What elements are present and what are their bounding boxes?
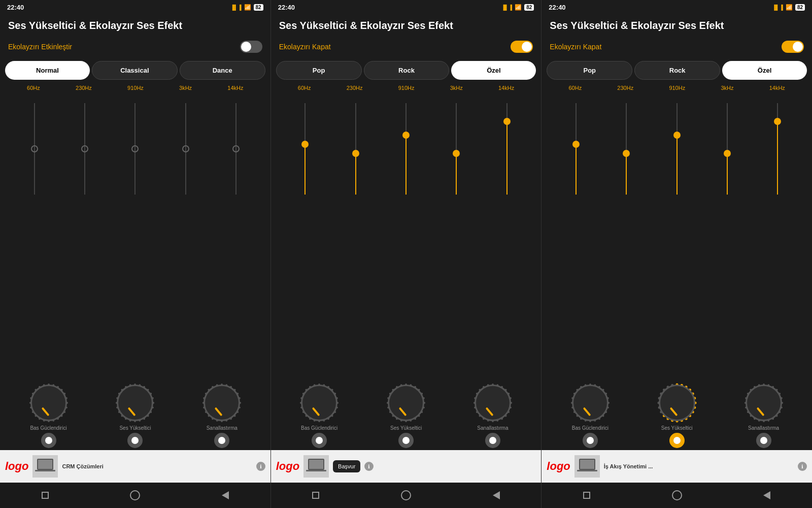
knob-toggle-1[interactable] bbox=[398, 433, 414, 448]
preset-btn-pop[interactable]: Pop bbox=[276, 61, 362, 80]
ad-info[interactable]: ℹ bbox=[798, 462, 807, 471]
knob-1[interactable] bbox=[659, 385, 695, 421]
eq-label-2: 910Hz bbox=[398, 85, 415, 91]
eq-neutral-dot bbox=[232, 145, 240, 152]
bottom-nav bbox=[542, 483, 812, 508]
eq-slider-3[interactable] bbox=[451, 103, 461, 195]
eq-slider-4[interactable] bbox=[772, 103, 783, 195]
knob-toggle-2[interactable] bbox=[485, 433, 500, 448]
toggle-label: Ekolayzırı Kapat bbox=[550, 43, 601, 51]
eq-slider-3[interactable] bbox=[722, 103, 732, 195]
knob-toggle-0[interactable] bbox=[41, 433, 56, 448]
eq-active-dot bbox=[402, 132, 410, 139]
toggle-knob bbox=[522, 42, 532, 52]
nav-home-button[interactable] bbox=[669, 488, 685, 503]
nav-recents-button[interactable] bbox=[308, 488, 323, 503]
knob-toggle-0[interactable] bbox=[312, 433, 327, 448]
nav-back-button[interactable] bbox=[218, 488, 233, 503]
nav-home-button[interactable] bbox=[398, 488, 414, 503]
knob-indicator bbox=[215, 407, 223, 416]
knob-toggle-2[interactable] bbox=[214, 433, 229, 448]
laptop-icon bbox=[34, 457, 56, 476]
nav-recents-button[interactable] bbox=[38, 488, 53, 503]
knob-1[interactable] bbox=[117, 385, 153, 421]
eq-sliders[interactable] bbox=[275, 93, 537, 195]
knob-toggle-0[interactable] bbox=[583, 433, 598, 448]
knob-2[interactable] bbox=[204, 385, 240, 421]
ad-banner: logo İş Akış Yönetimi ... ℹ bbox=[542, 450, 812, 483]
eq-sliders[interactable] bbox=[4, 93, 266, 195]
laptop-icon bbox=[305, 457, 327, 476]
knob-0[interactable] bbox=[30, 385, 67, 421]
eq-toggle[interactable] bbox=[240, 41, 262, 53]
eq-active-dot bbox=[724, 150, 731, 157]
eq-slider-3[interactable] bbox=[181, 103, 191, 195]
knob-0[interactable] bbox=[572, 385, 608, 421]
eq-slider-2[interactable] bbox=[130, 103, 140, 195]
knob-toggle-1[interactable] bbox=[669, 433, 685, 448]
nav-home-button[interactable] bbox=[127, 488, 143, 503]
ad-apply-button[interactable]: Başvur bbox=[333, 460, 360, 472]
knob-indicator bbox=[756, 407, 764, 416]
nav-back-button[interactable] bbox=[489, 488, 504, 503]
recents-icon bbox=[583, 492, 590, 499]
battery-badge: 82 bbox=[795, 4, 805, 11]
eq-label-1: 230Hz bbox=[347, 85, 363, 91]
signal-icon: ▐▌▐ bbox=[772, 5, 783, 10]
ad-info[interactable]: ℹ bbox=[364, 462, 374, 471]
knob-label-2: Sanallastırma bbox=[207, 425, 238, 431]
toggle-label: Ekolayzırı Kapat bbox=[279, 43, 331, 51]
knob-0[interactable] bbox=[301, 385, 337, 421]
knob-body bbox=[572, 385, 608, 421]
signal-icon: ▐▌▐ bbox=[230, 5, 241, 10]
knob-indicator bbox=[669, 407, 678, 416]
knob-body bbox=[746, 385, 782, 421]
eq-label-4: 14kHz bbox=[498, 85, 514, 91]
ad-info[interactable]: ℹ bbox=[256, 462, 265, 471]
knob-2[interactable] bbox=[475, 385, 511, 421]
eq-active-dot bbox=[673, 132, 681, 139]
eq-slider-0[interactable] bbox=[29, 103, 40, 195]
eq-toggle[interactable] bbox=[782, 41, 804, 53]
preset-btn-rock[interactable]: Rock bbox=[634, 61, 720, 80]
preset-btn-rock[interactable]: Rock bbox=[364, 61, 450, 80]
eq-slider-2[interactable] bbox=[672, 103, 682, 195]
eq-slider-1[interactable] bbox=[351, 103, 361, 195]
eq-slider-0[interactable] bbox=[571, 103, 581, 195]
wifi-icon: 📶 bbox=[515, 4, 522, 11]
eq-slider-4[interactable] bbox=[502, 103, 512, 195]
preset-btn-pop[interactable]: Pop bbox=[547, 61, 632, 80]
preset-btn-özel[interactable]: Özel bbox=[722, 61, 807, 80]
ad-text: CRM Çözümleri bbox=[62, 463, 252, 469]
back-icon bbox=[763, 491, 770, 499]
eq-label-2: 910Hz bbox=[127, 85, 144, 91]
back-icon bbox=[222, 491, 229, 499]
eq-sliders[interactable] bbox=[546, 93, 808, 195]
eq-slider-1[interactable] bbox=[80, 103, 90, 195]
preset-btn-dance[interactable]: Dance bbox=[180, 61, 265, 80]
knob-indicator bbox=[312, 407, 320, 416]
preset-btn-özel[interactable]: Özel bbox=[451, 61, 536, 80]
eq-label-2: 910Hz bbox=[669, 85, 685, 91]
knob-1[interactable] bbox=[388, 385, 424, 421]
status-time: 22:40 bbox=[7, 4, 24, 11]
knob-label-0: Bas Güclendirici bbox=[301, 425, 337, 431]
eq-slider-4[interactable] bbox=[231, 103, 241, 195]
recents-icon bbox=[42, 492, 49, 499]
ad-image bbox=[574, 455, 600, 478]
knob-toggle-inner bbox=[489, 437, 496, 444]
knobs-section: Bas Güclendirici Ses Yükseltici Sanallas… bbox=[542, 380, 812, 450]
preset-btn-normal[interactable]: Normal bbox=[5, 61, 90, 80]
preset-btn-classical[interactable]: Classical bbox=[92, 61, 178, 80]
eq-slider-2[interactable] bbox=[401, 103, 411, 195]
phone-screen-screen3: 22:40 ▐▌▐ 📶 82 Ses Yükseltici & Ekolayzı… bbox=[542, 0, 812, 508]
knob-toggle-1[interactable] bbox=[127, 433, 143, 448]
knob-toggle-2[interactable] bbox=[756, 433, 771, 448]
eq-slider-1[interactable] bbox=[621, 103, 631, 195]
knob-label-2: Sanallastırma bbox=[477, 425, 508, 431]
nav-recents-button[interactable] bbox=[579, 488, 594, 503]
eq-toggle[interactable] bbox=[511, 41, 533, 53]
eq-slider-0[interactable] bbox=[300, 103, 310, 195]
nav-back-button[interactable] bbox=[759, 488, 774, 503]
knob-2[interactable] bbox=[746, 385, 782, 421]
